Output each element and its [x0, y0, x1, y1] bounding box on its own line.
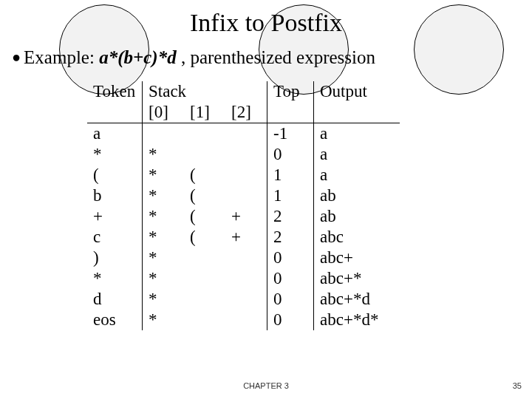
cell-stack2	[225, 289, 267, 310]
cell-stack2: +	[225, 227, 267, 248]
chapter-label: CHAPTER 3	[0, 381, 532, 390]
cell-stack2	[225, 248, 267, 268]
table-row: eos*0abc+*d*	[87, 310, 400, 330]
cell-output: ab	[314, 185, 400, 206]
col-stack-2: [2]	[225, 102, 267, 123]
cell-token: +	[87, 206, 143, 227]
cell-stack1	[184, 289, 225, 310]
cell-top: 0	[267, 144, 314, 165]
col-top-sub	[267, 102, 314, 123]
table-subheader-row: [0] [1] [2]	[87, 102, 400, 123]
cell-output: a	[314, 123, 400, 145]
page-title: Infix to Postfix	[0, 9, 532, 37]
cell-top: 0	[267, 248, 314, 268]
slide-footer: CHAPTER 3 35	[0, 381, 532, 390]
cell-stack2	[225, 123, 267, 145]
example-lead: Example:	[24, 47, 99, 67]
cell-stack0: *	[143, 206, 185, 227]
cell-stack0: *	[143, 248, 185, 268]
cell-top: 0	[267, 289, 314, 310]
cell-stack1	[184, 144, 225, 165]
cell-top: -1	[267, 123, 314, 145]
cell-token: b	[87, 185, 143, 206]
trace-table: Token Stack Top Output [0] [1] [2] a-1a*…	[87, 81, 400, 330]
cell-stack1	[184, 310, 225, 330]
cell-stack1: (	[184, 206, 225, 227]
col-token: Token	[87, 81, 143, 102]
cell-token: a	[87, 123, 143, 145]
cell-stack0: *	[143, 165, 185, 185]
table-row: b*(1ab	[87, 185, 400, 206]
table-row: (*(1a	[87, 165, 400, 185]
cell-top: 2	[267, 227, 314, 248]
cell-stack0: *	[143, 227, 185, 248]
cell-token: *	[87, 144, 143, 165]
cell-top: 0	[267, 310, 314, 330]
cell-stack1: (	[184, 185, 225, 206]
cell-token: (	[87, 165, 143, 185]
cell-output: abc	[314, 227, 400, 248]
cell-stack2	[225, 185, 267, 206]
table-row: **0a	[87, 144, 400, 165]
example-rest: , parenthesized expression	[177, 47, 375, 67]
example-expression: a*(b+c)*d	[99, 47, 177, 67]
table-header-row: Token Stack Top Output	[87, 81, 400, 102]
cell-stack2: +	[225, 206, 267, 227]
table-row: d*0abc+*d	[87, 289, 400, 310]
cell-stack0: *	[143, 289, 185, 310]
table-row: a-1a	[87, 123, 400, 145]
cell-stack0: *	[143, 268, 185, 289]
cell-output: abc+	[314, 248, 400, 268]
col-output: Output	[314, 81, 400, 102]
example-line: ●Example: a*(b+c)*d , parenthesized expr…	[12, 47, 532, 68]
col-stack-1: [1]	[184, 102, 225, 123]
cell-stack0: *	[143, 185, 185, 206]
cell-top: 0	[267, 268, 314, 289]
col-token-sub	[87, 102, 143, 123]
col-stack: Stack	[143, 81, 267, 102]
table-row: )*0abc+	[87, 248, 400, 268]
cell-output: a	[314, 144, 400, 165]
cell-stack1	[184, 123, 225, 145]
cell-stack2	[225, 310, 267, 330]
cell-token: d	[87, 289, 143, 310]
table-row: +*(+2ab	[87, 206, 400, 227]
cell-token: *	[87, 268, 143, 289]
col-stack-0: [0]	[143, 102, 185, 123]
cell-token: )	[87, 248, 143, 268]
cell-output: a	[314, 165, 400, 185]
table-row: c*(+2abc	[87, 227, 400, 248]
cell-stack1	[184, 268, 225, 289]
cell-token: c	[87, 227, 143, 248]
col-output-sub	[314, 102, 400, 123]
cell-top: 1	[267, 185, 314, 206]
col-top: Top	[267, 81, 314, 102]
cell-output: abc+*d*	[314, 310, 400, 330]
cell-token: eos	[87, 310, 143, 330]
cell-stack2	[225, 268, 267, 289]
cell-stack1: (	[184, 227, 225, 248]
cell-stack1: (	[184, 165, 225, 185]
cell-stack2	[225, 144, 267, 165]
bullet-icon: ●	[12, 49, 21, 65]
cell-stack2	[225, 165, 267, 185]
cell-stack1	[184, 248, 225, 268]
table-row: **0abc+*	[87, 268, 400, 289]
cell-output: ab	[314, 206, 400, 227]
cell-top: 1	[267, 165, 314, 185]
page-number: 35	[513, 381, 522, 390]
cell-output: abc+*	[314, 268, 400, 289]
cell-output: abc+*d	[314, 289, 400, 310]
cell-stack0: *	[143, 310, 185, 330]
cell-stack0	[143, 123, 185, 145]
cell-stack0: *	[143, 144, 185, 165]
cell-top: 2	[267, 206, 314, 227]
